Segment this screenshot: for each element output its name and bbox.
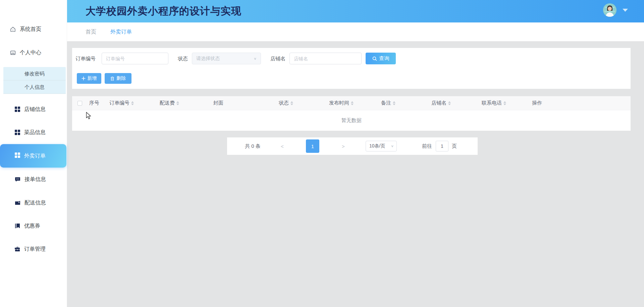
col-shop-name: 店铺名 — [429, 100, 480, 106]
status-select[interactable]: 请选择状态 ∨ — [192, 53, 261, 64]
top-header: 大学校园外卖小程序的设计与实现 — [67, 0, 644, 22]
orders-table: 序号 订单编号 配送费 封面 状态 发布时间 备注 店铺名 — [72, 96, 631, 131]
col-label: 配送费 — [160, 100, 175, 106]
sidebar-item-label: 接单信息 — [24, 176, 46, 183]
sort-icon[interactable] — [351, 101, 354, 105]
sort-icon[interactable] — [290, 101, 293, 105]
personal-center-submenu: 修改密码 个人信息 — [3, 67, 66, 94]
pagination-next-button[interactable]: > — [342, 137, 345, 155]
sidebar-item-delivery-info[interactable]: 配送信息 — [0, 196, 67, 209]
page-size-value: 10条/页 — [369, 143, 385, 149]
col-cover: 封面 — [211, 100, 277, 106]
table-empty-row: 暂无数据 — [72, 110, 631, 131]
profile-card-icon — [10, 50, 16, 56]
select-all-checkbox[interactable] — [77, 101, 82, 106]
shop-name-label: 店铺名 — [270, 53, 285, 64]
pagination-total: 共 0 条 — [245, 137, 261, 155]
search-icon — [372, 56, 377, 61]
pagination-page-size-select[interactable]: 10条/页 ∨ — [366, 141, 397, 151]
sidebar-item-order-taking-info[interactable]: 接单信息 — [0, 173, 67, 186]
chevron-down-icon: ∨ — [391, 144, 394, 148]
col-remark: 备注 — [379, 100, 429, 106]
sidebar-item-coupons[interactable]: 优惠券 — [0, 219, 67, 233]
sidebar-item-personal-info[interactable]: 个人信息 — [3, 80, 66, 94]
delivery-bag-icon — [15, 200, 20, 205]
status-select-placeholder: 请选择状态 — [196, 56, 220, 62]
sidebar-item-label: 外卖订单 — [24, 152, 46, 160]
coupon-icon — [15, 223, 20, 229]
grid-icon — [15, 152, 20, 159]
col-label: 发布时间 — [329, 100, 349, 106]
sidebar-item-takeout-orders-active[interactable]: 外卖订单 — [0, 144, 66, 168]
col-label: 序号 — [89, 100, 99, 106]
sort-icon[interactable] — [503, 101, 506, 105]
col-phone: 联系电话 — [480, 100, 530, 106]
col-label: 店铺名 — [431, 100, 446, 106]
table-header-row: 序号 订单编号 配送费 封面 状态 发布时间 备注 店铺名 — [72, 96, 631, 110]
sidebar-item-shop-info[interactable]: 店铺信息 — [0, 103, 67, 116]
breadcrumb-current[interactable]: 外卖订单 — [110, 28, 132, 36]
col-status: 状态 — [277, 100, 327, 106]
col-label: 备注 — [381, 100, 391, 106]
order-no-input[interactable] — [102, 53, 168, 64]
page-title: 大学校园外卖小程序的设计与实现 — [86, 4, 241, 18]
search-panel: 订单编号 状态 请选择状态 ∨ 店铺名 查询 新增 删除 — [72, 48, 631, 89]
sort-icon[interactable] — [131, 101, 134, 105]
sidebar-item-label: 系统首页 — [20, 26, 41, 33]
col-label: 联系电话 — [482, 100, 502, 106]
delete-button-label: 删除 — [116, 75, 126, 81]
shop-name-input[interactable] — [289, 53, 362, 64]
grid-icon — [15, 107, 20, 112]
pagination-prev-button[interactable]: < — [281, 137, 284, 155]
sidebar-item-label: 菜品信息 — [24, 129, 46, 136]
table-header-checkbox-cell — [72, 101, 87, 106]
home-icon — [10, 26, 16, 32]
pagination-goto-suffix: 页 — [452, 137, 457, 155]
add-button-label: 新增 — [88, 75, 97, 81]
sidebar: 系统首页 个人中心 修改密码 个人信息 店铺信息 菜品信息 — [0, 0, 67, 307]
status-label: 状态 — [178, 53, 188, 64]
col-label: 封面 — [213, 100, 223, 106]
plus-icon — [82, 76, 86, 80]
chat-icon — [15, 177, 20, 182]
pagination: 共 0 条 < 1 > 10条/页 ∨ 前往 页 — [227, 137, 478, 155]
sidebar-item-personal-center[interactable]: 个人中心 — [0, 46, 67, 59]
sidebar-item-label: 店铺信息 — [24, 106, 46, 113]
sidebar-item-label: 优惠券 — [24, 223, 40, 230]
user-zone — [603, 3, 628, 17]
col-index: 序号 — [87, 100, 107, 106]
pagination-page-1-button[interactable]: 1 — [306, 139, 319, 153]
sidebar-item-label: 个人中心 — [20, 49, 41, 56]
col-delivery-fee: 配送费 — [158, 100, 211, 106]
col-order-no: 订单编号 — [107, 100, 158, 106]
col-label: 订单编号 — [109, 100, 129, 106]
search-button[interactable]: 查询 — [366, 53, 396, 64]
col-publish-time: 发布时间 — [327, 100, 379, 106]
breadcrumb: 首页 外卖订单 — [67, 22, 644, 41]
grid-icon — [15, 130, 20, 135]
col-actions: 操作 — [530, 100, 631, 106]
sidebar-item-label: 订单管理 — [24, 246, 46, 253]
sidebar-item-home[interactable]: 系统首页 — [0, 22, 67, 36]
pagination-goto-input[interactable] — [436, 141, 448, 151]
sidebar-item-dish-info[interactable]: 菜品信息 — [0, 126, 67, 139]
search-button-label: 查询 — [379, 55, 389, 62]
sidebar-item-change-password[interactable]: 修改密码 — [3, 67, 66, 80]
order-no-label: 订单编号 — [75, 53, 96, 64]
sidebar-item-label: 配送信息 — [24, 199, 46, 206]
sort-icon[interactable] — [176, 101, 179, 105]
sort-icon[interactable] — [448, 101, 451, 105]
col-label: 状态 — [279, 100, 289, 106]
col-label: 操作 — [532, 100, 542, 106]
delete-button[interactable]: 删除 — [105, 73, 131, 84]
sidebar-item-order-management[interactable]: 订单管理 — [0, 242, 67, 256]
sort-icon[interactable] — [393, 101, 395, 105]
trash-icon — [110, 76, 114, 81]
pagination-goto-label: 前往 — [422, 137, 432, 155]
user-menu-caret-icon[interactable] — [623, 9, 628, 12]
briefcase-icon — [15, 246, 20, 252]
add-button[interactable]: 新增 — [77, 73, 101, 84]
chevron-down-icon: ∨ — [254, 57, 257, 60]
user-avatar[interactable] — [603, 3, 616, 17]
breadcrumb-home[interactable]: 首页 — [86, 28, 96, 36]
